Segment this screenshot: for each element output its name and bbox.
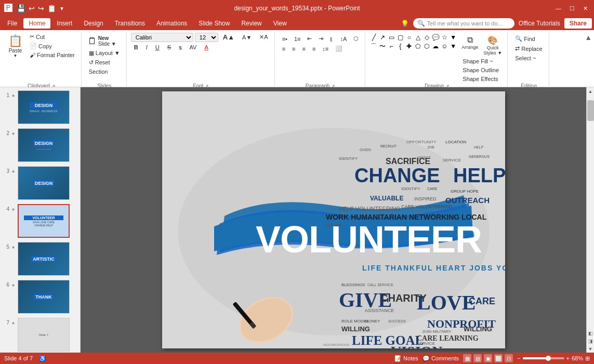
menu-transitions[interactable]: Transitions xyxy=(110,18,150,29)
slide-thumb-2[interactable]: 2 ★ DESIGN ──────── xyxy=(2,127,78,163)
slide-thumb-3[interactable]: 3 ★ DESIGN xyxy=(2,165,78,201)
shape-effects-button[interactable]: Shape Effects xyxy=(459,75,504,83)
comments-button[interactable]: 💬 Comments xyxy=(423,355,459,362)
columns-button[interactable]: ⫿ xyxy=(327,34,336,43)
shape-bracket[interactable]: ⌐ xyxy=(387,42,395,50)
tell-me-box[interactable]: 🔍 xyxy=(413,18,514,29)
copy-button[interactable]: 📄 Copy xyxy=(27,42,78,50)
slide-thumb-1[interactable]: 1 ★ DESIGN IDEAS · BUSINESS xyxy=(2,89,78,125)
replace-button[interactable]: ⇄ Replace xyxy=(512,44,545,53)
scroll-down-arrow[interactable]: ▼ xyxy=(587,345,595,353)
slide-thumb-6[interactable]: 6 ★ THANK xyxy=(2,279,78,315)
numbering-button[interactable]: 1≡ xyxy=(291,34,304,43)
slide-sorter-icon[interactable]: ▣ xyxy=(484,354,492,362)
menu-view[interactable]: View xyxy=(268,18,292,29)
line-spacing-button[interactable]: ↕≡ xyxy=(319,44,332,53)
shape-rounded-rect[interactable]: ▢ xyxy=(396,33,404,42)
office-tutorials-link[interactable]: Office Tutorials xyxy=(519,20,560,27)
shape-pentagon[interactable]: ⬠ xyxy=(414,42,422,50)
align-left-button[interactable]: ≡ xyxy=(279,44,288,53)
reading-view-icon[interactable]: ⊡ xyxy=(505,354,513,362)
layout-button[interactable]: ▦ Layout ▼ xyxy=(86,49,123,58)
format-painter-button[interactable]: 🖌 Format Painter xyxy=(27,51,78,59)
menu-home[interactable]: Home xyxy=(23,18,50,29)
shape-curve2[interactable]: 〜 xyxy=(378,42,387,50)
ribbon-collapse-button[interactable]: ▲ xyxy=(585,33,592,42)
increase-font-button[interactable]: A▲ xyxy=(220,32,237,42)
menu-insert[interactable]: Insert xyxy=(51,18,77,29)
vertical-scrollbar[interactable]: ▲ ◧ ◨ ▼ xyxy=(586,87,594,353)
menu-design[interactable]: Design xyxy=(78,18,108,29)
minimize-button[interactable]: — xyxy=(553,4,563,12)
new-slide-button[interactable]: 🗒 New Slide ▼ xyxy=(86,34,118,48)
scroll-up-arrow[interactable]: ▲ xyxy=(587,87,595,95)
font-color-button[interactable]: A xyxy=(201,43,211,51)
shape-curve[interactable]: ⌒ xyxy=(369,42,378,50)
normal-view-icon[interactable]: ▦ xyxy=(463,354,471,362)
underline-button[interactable]: U xyxy=(152,43,163,51)
slide-thumb-7[interactable]: 7 ★ Slide 7 xyxy=(2,317,78,353)
menu-review[interactable]: Review xyxy=(236,18,267,29)
bullets-button[interactable]: ≡• xyxy=(279,34,291,43)
save-icon[interactable]: 💾 xyxy=(16,3,27,14)
find-button[interactable]: 🔍 Find xyxy=(512,34,545,43)
notes-view-icon[interactable]: ⬜ xyxy=(494,354,503,362)
zoom-in-button[interactable]: + xyxy=(566,355,570,361)
clear-format-button[interactable]: ✕A xyxy=(256,33,271,42)
zoom-slider[interactable] xyxy=(523,357,564,359)
menu-slideshow[interactable]: Slide Show xyxy=(193,18,235,29)
tell-me-input[interactable] xyxy=(427,20,510,26)
decrease-font-button[interactable]: A▼ xyxy=(239,33,255,42)
menu-file[interactable]: File xyxy=(2,18,22,29)
shape-rect[interactable]: ▭ xyxy=(387,33,395,42)
page-up-icon[interactable]: ◧ xyxy=(588,329,593,337)
text-box-button[interactable]: ⬜ xyxy=(332,44,346,53)
shape-star[interactable]: ☆ xyxy=(440,33,448,42)
section-button[interactable]: Section xyxy=(86,68,123,76)
bold-button[interactable]: B xyxy=(131,43,141,51)
close-button[interactable]: ✕ xyxy=(581,4,590,13)
shape-diamond[interactable]: ◇ xyxy=(423,33,431,42)
qat-dropdown-icon[interactable]: ▼ xyxy=(58,5,65,12)
shape-cross[interactable]: ✚ xyxy=(405,42,413,50)
share-button[interactable]: Share xyxy=(564,18,592,29)
shape-circle[interactable]: ○ xyxy=(405,33,413,42)
zoom-out-button[interactable]: − xyxy=(517,355,520,361)
shape-arrow[interactable]: ↗ xyxy=(378,33,387,42)
shape-fill-button[interactable]: Shape Fill ~ xyxy=(459,57,504,65)
italic-button[interactable]: I xyxy=(143,43,151,51)
cut-button[interactable]: ✂ Cut xyxy=(27,32,78,41)
justify-button[interactable]: ≡ xyxy=(309,44,319,53)
page-down-icon[interactable]: ◨ xyxy=(588,337,593,345)
paste-button[interactable]: 📋 Paste ▼ xyxy=(5,32,25,60)
shape-triangle[interactable]: △ xyxy=(414,33,422,42)
char-spacing-button[interactable]: AV xyxy=(187,43,200,51)
font-family-select[interactable]: Calibri xyxy=(131,33,193,42)
restore-button[interactable]: ☐ xyxy=(567,4,577,13)
shape-outline-button[interactable]: Shape Outline xyxy=(459,66,504,74)
font-size-select[interactable]: 12 xyxy=(195,33,218,42)
shadow-button[interactable]: s xyxy=(176,43,185,51)
scroll-handle[interactable] xyxy=(587,100,594,121)
increase-indent-button[interactable]: ⇥ xyxy=(315,34,326,43)
decrease-indent-button[interactable]: ⇤ xyxy=(304,34,315,43)
notes-button[interactable]: 📝 Notes xyxy=(394,355,418,362)
outline-view-icon[interactable]: ▤ xyxy=(473,354,482,362)
quick-styles-button[interactable]: 🎨 Quick Styles ▼ xyxy=(481,34,504,57)
menu-animations[interactable]: Animations xyxy=(151,18,192,29)
fit-slide-button[interactable]: ⊞ xyxy=(585,355,590,362)
text-direction-button[interactable]: ↕A xyxy=(337,34,350,43)
shapes-more[interactable]: ▼ xyxy=(449,33,457,42)
shape-cloud[interactable]: ☁ xyxy=(431,42,440,50)
shape-callout[interactable]: 💬 xyxy=(431,33,440,42)
slide-thumb-5[interactable]: 5 ★ ARTISTIC xyxy=(2,241,78,277)
slide-thumb-4[interactable]: 4 ★ VOLUNTEER GIVE LOVE CARECHANGE HELP xyxy=(2,203,78,239)
shapes-more2[interactable]: ▼ xyxy=(449,42,457,50)
clipboard-icon[interactable]: 📋 xyxy=(46,3,57,14)
shape-hexagon[interactable]: ⬡ xyxy=(423,42,431,50)
reset-button[interactable]: ↺ Reset xyxy=(86,58,123,67)
strikethrough-button[interactable]: S xyxy=(164,43,174,51)
align-center-button[interactable]: ≡ xyxy=(289,44,298,53)
undo-icon[interactable]: ↩ xyxy=(28,3,36,14)
shape-brace[interactable]: { xyxy=(396,42,404,50)
